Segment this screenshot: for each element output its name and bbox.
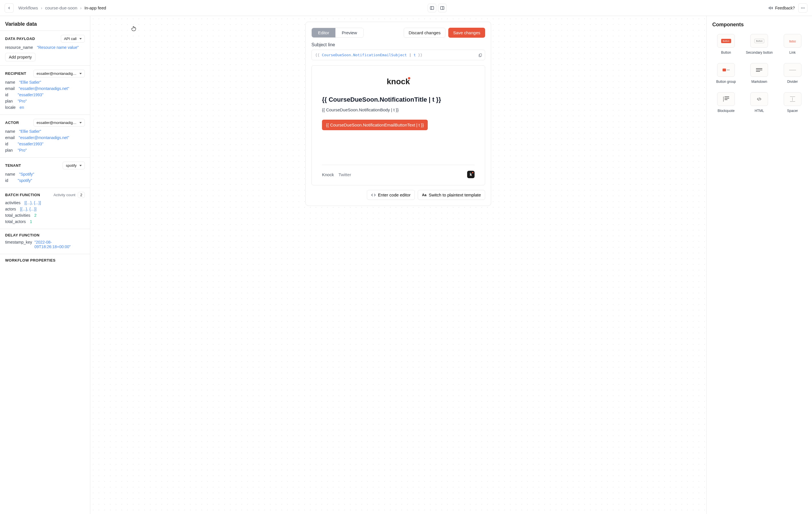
knock-square-icon: k — [467, 171, 474, 178]
data-val[interactable]: "essatler@montanadigs.net" — [19, 135, 69, 140]
subject-line-input[interactable]: {{ CourseDueSoon.NotificationEmailSubjec… — [312, 50, 485, 60]
actor-section: ACTOR essatler@montanadigs... name"Ellie… — [0, 115, 90, 157]
breadcrumb: Workflows › course-due-soon › In-app fee… — [18, 5, 106, 10]
email-cta-button[interactable]: {{ CourseDueSoon.NotificationEmailButton… — [322, 120, 428, 130]
layout-toggle-group — [106, 4, 768, 12]
tenant-section: TENANT spotify name"Spotify" id"spotify" — [0, 157, 90, 188]
data-val[interactable]: [{...}, {...}] — [25, 201, 41, 205]
tab-editor[interactable]: Editor — [312, 28, 336, 37]
data-payload-select[interactable]: API call — [61, 35, 85, 42]
back-button[interactable] — [5, 3, 14, 12]
components-title: Components — [712, 22, 806, 28]
tenant-select[interactable]: spotify — [63, 162, 85, 169]
data-val[interactable]: "essatler1993" — [18, 142, 44, 146]
data-key: total_activities — [5, 213, 30, 218]
data-key: email — [5, 135, 14, 140]
data-key: name — [5, 172, 15, 177]
feedback-button[interactable]: Feedback? — [768, 6, 795, 10]
workflow-properties-title: WORKFLOW PROPERTIES — [5, 258, 85, 263]
component-spacer[interactable]: Spacer — [779, 92, 806, 113]
data-val[interactable]: "Pro" — [18, 148, 27, 152]
data-key: resource_name — [5, 45, 33, 50]
save-changes-button[interactable]: Save changes — [448, 28, 485, 38]
component-markdown[interactable]: Markdown — [746, 63, 773, 84]
data-row: resource_name "Resource name value" — [5, 44, 85, 51]
email-preview[interactable]: knock {{ CourseDueSoon.NotificationTitle… — [312, 65, 485, 185]
batch-function-section: BATCH FUNCTION Activity count 2 activiti… — [0, 188, 90, 229]
data-val[interactable]: 1 — [30, 219, 32, 224]
component-divider[interactable]: Divider — [779, 63, 806, 84]
data-key: id — [5, 178, 14, 183]
component-button[interactable]: Button Button — [712, 34, 740, 55]
data-key: name — [5, 80, 15, 85]
data-val[interactable]: "Ellie Satler" — [19, 80, 41, 85]
component-button-group[interactable]: Button group — [712, 63, 740, 84]
footer-knock-link[interactable]: Knock — [322, 172, 334, 177]
data-key: total_actors — [5, 219, 26, 224]
component-secondary-button[interactable]: Button Secondary button — [746, 34, 773, 55]
recipient-section: RECIPIENT essatler@montanadigs... name"E… — [0, 65, 90, 115]
add-property-button[interactable]: Add property — [5, 53, 35, 61]
data-val[interactable]: "Resource name value" — [37, 45, 79, 50]
discard-changes-button[interactable]: Discard changes — [404, 28, 445, 38]
data-val[interactable]: "Pro" — [18, 99, 27, 103]
data-key: actors — [5, 207, 16, 211]
data-val[interactable]: "essatler1993" — [18, 92, 44, 97]
text-icon: Aa — [422, 193, 426, 197]
delay-function-title: DELAY FUNCTION — [5, 233, 39, 237]
data-key: plan — [5, 99, 14, 103]
breadcrumb-in-app-feed[interactable]: In-app feed — [84, 5, 106, 10]
breadcrumb-workflows[interactable]: Workflows — [18, 5, 38, 10]
main-editor-panel: Editor Preview Discard changes Save chan… — [90, 16, 706, 514]
tab-preview[interactable]: Preview — [336, 28, 363, 37]
email-title[interactable]: {{ CourseDueSoon.NotificationTitle | t }… — [322, 96, 474, 103]
data-val[interactable]: [{...}, {...}] — [20, 207, 36, 211]
dots-icon — [801, 6, 805, 10]
activity-count-value[interactable]: 2 — [78, 192, 85, 198]
components-panel: Components Button Button Button Secondar… — [706, 16, 812, 514]
data-val[interactable]: 2 — [34, 213, 36, 218]
data-key: id — [5, 92, 14, 97]
footer-twitter-link[interactable]: Twitter — [339, 172, 351, 177]
data-val[interactable]: "Spotify" — [19, 172, 34, 177]
svg-point-4 — [804, 7, 805, 8]
data-val[interactable]: en — [20, 105, 24, 110]
svg-rect-0 — [430, 6, 434, 9]
layout-panel-left-button[interactable] — [428, 4, 436, 12]
enter-code-editor-button[interactable]: Enter code editor — [367, 190, 415, 200]
email-body[interactable]: {{ CourseDueSoon.NotificationBody | t }} — [322, 108, 474, 112]
switch-plaintext-button[interactable]: Aa Switch to plaintext template — [418, 190, 485, 200]
layout-panel-right-button[interactable] — [438, 4, 446, 12]
data-payload-title: DATA PAYLOAD — [5, 36, 35, 41]
chevron-right-icon: › — [41, 5, 42, 10]
chevron-right-icon: › — [80, 5, 81, 10]
clipboard-icon[interactable] — [478, 53, 482, 57]
editor-card: Editor Preview Discard changes Save chan… — [306, 22, 491, 206]
batch-function-title: BATCH FUNCTION — [5, 193, 40, 197]
svg-rect-1 — [441, 6, 444, 9]
svg-point-2 — [801, 7, 802, 8]
delay-function-section: DELAY FUNCTION timestamp_key"2022-08-09T… — [0, 229, 90, 254]
more-button[interactable] — [798, 3, 807, 12]
data-val[interactable]: "Ellie Satler" — [19, 129, 41, 133]
workflow-properties-section: WORKFLOW PROPERTIES — [0, 254, 90, 266]
feedback-label: Feedback? — [775, 6, 795, 10]
data-val[interactable]: "spotify" — [18, 178, 32, 183]
email-footer: Knock Twitter k — [322, 165, 474, 178]
component-blockquote[interactable]: Blockquote — [712, 92, 740, 113]
breadcrumb-course-due-soon[interactable]: course-due-soon — [45, 5, 78, 10]
component-link[interactable]: Button Link — [779, 34, 806, 55]
actor-select[interactable]: essatler@montanadigs... — [33, 119, 85, 126]
component-html[interactable]: HTML — [746, 92, 773, 113]
svg-point-3 — [803, 7, 804, 8]
recipient-select[interactable]: essatler@montanadigs... — [33, 70, 85, 78]
data-key: activities — [5, 201, 21, 205]
tenant-title: TENANT — [5, 163, 21, 168]
data-val[interactable]: "2022-08-09T18:26:18+00:00" — [34, 240, 85, 249]
data-val[interactable]: "essatler@montanadigs.net" — [19, 86, 69, 91]
svg-rect-5 — [480, 54, 482, 56]
actor-title: ACTOR — [5, 121, 19, 125]
data-key: id — [5, 142, 14, 146]
data-key: email — [5, 86, 14, 91]
data-key: plan — [5, 148, 14, 152]
